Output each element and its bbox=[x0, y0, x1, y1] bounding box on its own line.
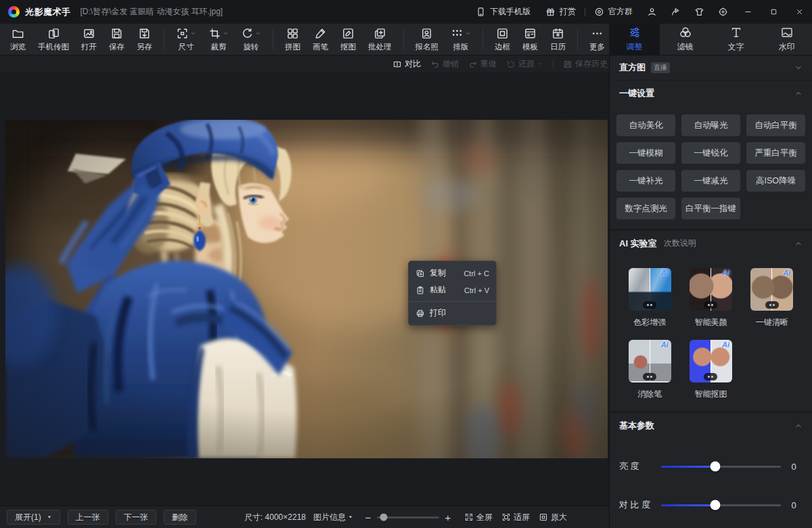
one-key-button[interactable]: 自动白平衡 bbox=[746, 114, 805, 136]
ai-badge: Ai bbox=[661, 340, 669, 349]
toolbar-id-photo-button[interactable]: 报名照 bbox=[409, 24, 445, 54]
nav-button[interactable]: 上一张 bbox=[68, 510, 108, 525]
ai-feature-3[interactable]: Ai一键清晰 bbox=[750, 268, 793, 328]
toolbar-open-button[interactable]: 打开 bbox=[75, 24, 103, 54]
menu-item-paste[interactable]: 粘贴Ctrl + V bbox=[409, 282, 496, 299]
param-slider[interactable] bbox=[661, 466, 781, 468]
menu-item-copy[interactable]: 复制Ctrl + C bbox=[409, 265, 496, 282]
toolbar-border-button[interactable]: 边框 bbox=[489, 24, 516, 54]
toolbar-cutout-button[interactable]: 抠图 bbox=[334, 24, 362, 54]
restore-button[interactable]: 还原 bbox=[506, 58, 543, 70]
close-button[interactable] bbox=[786, 0, 812, 24]
one-key-button[interactable]: 白平衡一指键 bbox=[681, 198, 740, 219]
chevron-up-icon[interactable] bbox=[794, 89, 803, 97]
ai-feature-4[interactable]: Ai消除笔 bbox=[629, 340, 671, 400]
toolbar-collage-button[interactable]: 拼图 bbox=[279, 24, 307, 54]
undo-button[interactable]: 撤销 bbox=[430, 58, 459, 70]
original-size-button[interactable]: 原大 bbox=[539, 512, 567, 523]
chevron-down-icon[interactable] bbox=[794, 64, 803, 72]
one-key-button[interactable]: 数字点测光 bbox=[616, 198, 675, 219]
one-key-button[interactable]: 一键减光 bbox=[681, 170, 740, 192]
ai-lab-header[interactable]: AI 实验室 次数说明 bbox=[610, 231, 812, 256]
zoom-out-button[interactable]: − bbox=[365, 512, 371, 523]
titlebar-settings-button[interactable] bbox=[711, 0, 735, 24]
tab-adjust[interactable]: 调整 bbox=[609, 24, 660, 55]
ai-thumbnail[interactable]: Ai bbox=[629, 340, 671, 382]
ai-badge: Ai bbox=[783, 269, 790, 277]
titlebar-share-button[interactable] bbox=[664, 0, 687, 24]
toolbar-batch-button[interactable]: 批处理 bbox=[362, 24, 398, 54]
toolbar-save-as-button[interactable]: 另存 bbox=[131, 24, 158, 54]
one-key-button[interactable]: 自动美化 bbox=[616, 114, 675, 136]
image-info-button[interactable]: 图片信息 bbox=[313, 512, 353, 523]
titlebar-gift-button[interactable]: 打赏 bbox=[538, 0, 583, 24]
zoom-in-button[interactable]: + bbox=[445, 512, 451, 523]
maximize-button[interactable] bbox=[761, 0, 786, 24]
ai-feature-5[interactable]: Ai智能抠图 bbox=[690, 340, 732, 400]
ai-badge: Ai bbox=[722, 340, 729, 349]
menu-item-print[interactable]: 打印 bbox=[409, 305, 496, 322]
tab-filter[interactable]: 滤镜 bbox=[660, 24, 710, 55]
redo-button[interactable]: 重做 bbox=[468, 58, 497, 70]
tab-text[interactable]: 文字 bbox=[710, 24, 761, 55]
toolbar-calendar-button[interactable]: 日历 bbox=[544, 24, 572, 54]
slider-thumb[interactable] bbox=[710, 462, 720, 472]
save-history-button[interactable]: 保存历史 bbox=[563, 58, 608, 70]
chevron-up-icon[interactable] bbox=[794, 422, 803, 430]
toolbar-template-button[interactable]: 模板 bbox=[516, 24, 544, 54]
toolbar-layout-button[interactable]: 排版 bbox=[445, 24, 477, 54]
one-key-button[interactable]: 高ISO降噪 bbox=[746, 170, 805, 192]
param-slider[interactable] bbox=[661, 504, 781, 506]
titlebar-user-button[interactable] bbox=[640, 0, 664, 24]
one-key-button[interactable]: 严重白平衡 bbox=[746, 142, 805, 164]
titlebar-smartphone-button[interactable]: 下载手机版 bbox=[468, 0, 538, 24]
ai-feature-1[interactable]: Ai色彩增强 bbox=[629, 268, 671, 328]
toolbar-save-button[interactable]: 保存 bbox=[103, 24, 131, 54]
chevron-up-icon[interactable] bbox=[794, 240, 803, 248]
ai-thumbnail[interactable]: Ai bbox=[750, 268, 793, 311]
one-key-button[interactable]: 一键锐化 bbox=[681, 142, 740, 164]
one-key-button[interactable]: 自动曝光 bbox=[681, 114, 740, 136]
slider-thumb[interactable] bbox=[710, 500, 720, 510]
gift-icon bbox=[545, 7, 556, 17]
tab-watermark[interactable]: 水印 bbox=[761, 24, 812, 55]
fullscreen-button[interactable]: 全屏 bbox=[464, 512, 493, 523]
paste-icon bbox=[415, 286, 425, 295]
titlebar: 光影魔术手 [D:\暂存\金发 蓝眼睛 动漫女孩 耳环.jpg] 下载手机版打赏… bbox=[0, 0, 812, 24]
toolbar-phone-upload-button[interactable]: 手机传图 bbox=[32, 24, 75, 54]
id-photo-icon bbox=[420, 27, 433, 40]
chevron-down-icon bbox=[537, 61, 543, 67]
nav-button[interactable]: 下一张 bbox=[116, 510, 156, 525]
ai-thumbnail[interactable]: Ai bbox=[690, 340, 732, 382]
one-key-button[interactable]: 一键模糊 bbox=[616, 142, 675, 164]
tshirt-icon bbox=[694, 7, 704, 17]
minimize-button[interactable] bbox=[735, 0, 761, 24]
status-bar: 展开(1) 上一张下一张删除 尺寸: 4000×2218 图片信息 − + 全屏… bbox=[0, 506, 609, 528]
histogram-header[interactable]: 直方图 直播 bbox=[610, 56, 812, 81]
compare-button[interactable]: 对比 bbox=[392, 58, 421, 70]
zoom-slider-thumb[interactable] bbox=[380, 514, 388, 521]
toolbar-resize-button[interactable]: 尺寸 bbox=[170, 24, 202, 54]
toolbar-more-button[interactable]: 更多 bbox=[583, 24, 611, 54]
toolbar-browse-button[interactable]: 浏览 bbox=[4, 24, 32, 54]
ai-usage-link[interactable]: 次数说明 bbox=[664, 238, 696, 249]
ai-feature-2[interactable]: Ai智能美颜 bbox=[690, 268, 732, 328]
image-canvas[interactable]: 复制Ctrl + C粘贴Ctrl + V打印 bbox=[0, 72, 609, 506]
ai-thumbnail[interactable]: Ai bbox=[690, 268, 732, 311]
titlebar-circle-badge-button[interactable]: 官方群 bbox=[587, 0, 640, 24]
basic-params-title: 基本参数 bbox=[619, 420, 654, 432]
toolbar-brush-button[interactable]: 画笔 bbox=[307, 24, 334, 54]
toolbar-crop-button[interactable]: 裁剪 bbox=[202, 24, 235, 54]
expand-combo[interactable]: 展开(1) bbox=[7, 510, 60, 525]
toolbar-separator bbox=[577, 29, 578, 49]
nav-button[interactable]: 删除 bbox=[164, 510, 196, 525]
one-key-header[interactable]: 一键设置 bbox=[610, 81, 812, 106]
ai-thumbnail[interactable]: Ai bbox=[629, 268, 671, 311]
titlebar-tshirt-button[interactable] bbox=[687, 0, 711, 24]
toolbar-rotate-button[interactable]: 旋转 bbox=[235, 24, 267, 54]
basic-params-header[interactable]: 基本参数 bbox=[610, 413, 812, 438]
one-key-button[interactable]: 一键补光 bbox=[616, 170, 675, 192]
fit-screen-button[interactable]: 适屏 bbox=[501, 512, 530, 523]
zoom-slider[interactable] bbox=[377, 516, 439, 519]
artwork-image[interactable] bbox=[5, 120, 608, 458]
